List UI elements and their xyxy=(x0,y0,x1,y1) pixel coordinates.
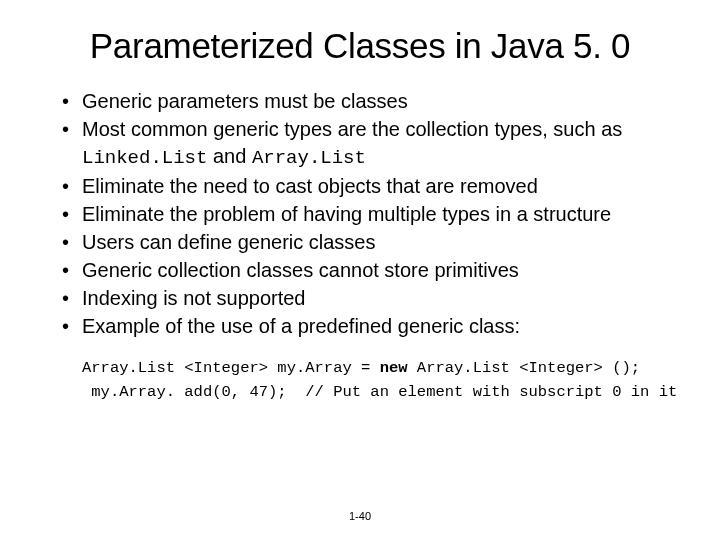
bullet-item: Example of the use of a predefined gener… xyxy=(62,313,680,340)
bullet-list: Generic parameters must be classes Most … xyxy=(40,88,680,340)
code-keyword: new xyxy=(380,359,408,377)
code-text: my.Array. add(0, 47); // Put an element … xyxy=(82,383,677,401)
bullet-text: Most common generic types are the collec… xyxy=(82,118,622,140)
bullet-item: Eliminate the need to cast objects that … xyxy=(62,173,680,200)
bullet-item: Generic parameters must be classes xyxy=(62,88,680,115)
bullet-item: Generic collection classes cannot store … xyxy=(62,257,680,284)
bullet-text: and xyxy=(207,145,251,167)
bullet-item: Users can define generic classes xyxy=(62,229,680,256)
code-inline: Linked.List xyxy=(82,147,207,169)
code-block: Array.List <Integer> my.Array = new Arra… xyxy=(40,356,680,404)
code-inline: Array.List xyxy=(252,147,366,169)
bullet-item: Most common generic types are the collec… xyxy=(62,116,680,172)
code-text: Array.List <Integer> (); xyxy=(408,359,641,377)
page-number: 1-40 xyxy=(0,510,720,522)
slide-title: Parameterized Classes in Java 5. 0 xyxy=(40,26,680,66)
bullet-item: Indexing is not supported xyxy=(62,285,680,312)
code-text: Array.List <Integer> my.Array = xyxy=(82,359,380,377)
bullet-item: Eliminate the problem of having multiple… xyxy=(62,201,680,228)
